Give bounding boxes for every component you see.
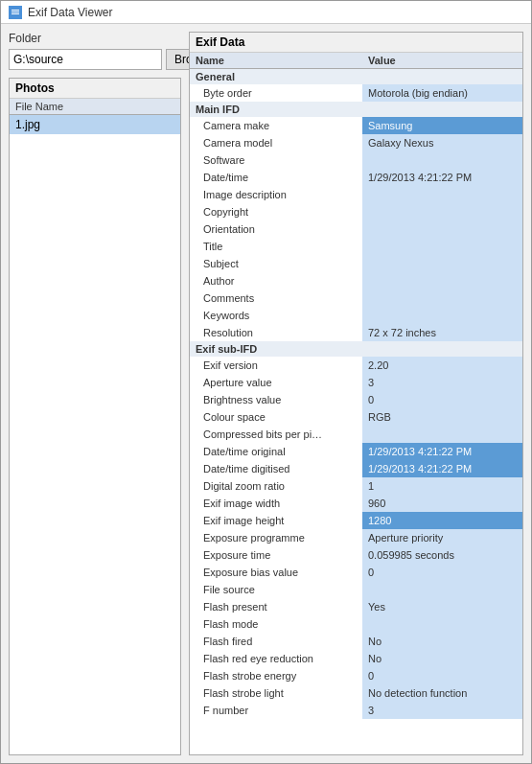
row-value-cell: Motorola (big endian): [362, 84, 522, 102]
row-value-cell: Aperture priority: [362, 529, 522, 546]
table-row: Exposure programmeAperture priority: [190, 529, 522, 546]
row-name-cell: Byte order: [190, 84, 362, 102]
table-row: File source: [190, 581, 522, 598]
exif-header: Exif Data: [190, 33, 522, 53]
row-value-cell: No: [362, 633, 522, 650]
table-row: Exposure time0.059985 seconds: [190, 546, 522, 564]
row-value-cell: No detection function: [362, 684, 522, 702]
table-row: Image description: [190, 186, 522, 203]
title-bar: Exif Data Viewer: [1, 1, 531, 24]
row-name-cell: Flash red eye reduction: [190, 650, 362, 667]
row-name-cell: Camera make: [190, 117, 362, 134]
table-row: Resolution72 x 72 inches: [190, 324, 522, 341]
table-row: Copyright: [190, 203, 522, 220]
table-row: Camera makeSamsung: [190, 117, 522, 134]
table-row: Brightness value0: [190, 391, 522, 408]
folder-label: Folder: [9, 32, 181, 45]
section-header-row: Exif sub-IFD: [190, 341, 522, 357]
row-name-cell: Flash strobe light: [190, 684, 362, 702]
folder-row: Browse: [9, 49, 181, 70]
row-value-cell: [362, 203, 522, 220]
table-row: Date/time1/29/2013 4:21:22 PM: [190, 169, 522, 186]
row-name-cell: Date/time original: [190, 443, 362, 460]
row-name-cell: Brightness value: [190, 391, 362, 408]
name-column-header: Name: [190, 53, 362, 69]
row-value-cell: [362, 220, 522, 238]
row-value-cell: 0: [362, 391, 522, 408]
row-name-cell: Comments: [190, 289, 362, 307]
row-value-cell: [362, 581, 522, 598]
photos-column-header: File Name: [10, 99, 180, 115]
table-row: Exif image width960: [190, 495, 522, 512]
row-value-cell: 0: [362, 667, 522, 684]
row-name-cell: Copyright: [190, 203, 362, 220]
row-value-cell: [362, 151, 522, 169]
row-value-cell: Galaxy Nexus: [362, 134, 522, 151]
row-value-cell: 2.20: [362, 357, 522, 374]
table-row: Flash firedNo: [190, 633, 522, 650]
table-row: Compressed bits per pi…: [190, 426, 522, 443]
row-name-cell: File source: [190, 581, 362, 598]
photos-section: Photos File Name 1.jpg: [9, 78, 181, 755]
row-name-cell: Exposure time: [190, 546, 362, 564]
value-column-header: Value: [362, 53, 522, 69]
row-name-cell: Exif image width: [190, 495, 362, 512]
svg-rect-3: [12, 13, 19, 14]
row-name-cell: Software: [190, 151, 362, 169]
main-window: Exif Data Viewer Folder Browse Photos Fi…: [0, 0, 532, 764]
table-row: Date/time original1/29/2013 4:21:22 PM: [190, 443, 522, 460]
left-panel: Folder Browse Photos File Name 1.jpg: [9, 32, 181, 755]
row-name-cell: Compressed bits per pi…: [190, 426, 362, 443]
row-name-cell: Exif version: [190, 357, 362, 374]
svg-rect-2: [12, 12, 19, 12]
table-row: Flash presentYes: [190, 598, 522, 615]
table-row: Subject: [190, 255, 522, 272]
row-name-cell: Aperture value: [190, 374, 362, 391]
row-name-cell: Digital zoom ratio: [190, 477, 362, 495]
content-area: Folder Browse Photos File Name 1.jpg Exi…: [1, 24, 531, 763]
row-value-cell: 0: [362, 564, 522, 581]
row-value-cell: 3: [362, 702, 522, 719]
row-value-cell: [362, 186, 522, 203]
table-row: Digital zoom ratio1: [190, 477, 522, 495]
photos-list[interactable]: 1.jpg: [10, 115, 180, 754]
row-name-cell: Camera model: [190, 134, 362, 151]
row-name-cell: Flash mode: [190, 615, 362, 633]
table-row: Author: [190, 272, 522, 289]
row-value-cell: [362, 238, 522, 255]
row-value-cell: Samsung: [362, 117, 522, 134]
row-value-cell: 1280: [362, 512, 522, 529]
table-row: Exif version2.20: [190, 357, 522, 374]
row-value-cell: 1/29/2013 4:21:22 PM: [362, 169, 522, 186]
row-value-cell: 72 x 72 inches: [362, 324, 522, 341]
folder-input[interactable]: [9, 49, 162, 70]
row-name-cell: Flash present: [190, 598, 362, 615]
table-row: Comments: [190, 289, 522, 307]
exif-data-table: Name Value GeneralByte orderMotorola (bi…: [190, 53, 522, 719]
row-name-cell: Author: [190, 272, 362, 289]
section-header-row: Main IFD: [190, 102, 522, 117]
row-value-cell: 960: [362, 495, 522, 512]
table-row: Flash mode: [190, 615, 522, 633]
row-name-cell: Image description: [190, 186, 362, 203]
row-name-cell: Flash strobe energy: [190, 667, 362, 684]
photo-item[interactable]: 1.jpg: [10, 115, 180, 134]
table-header-row: Name Value: [190, 53, 522, 69]
table-row: Exif image height1280: [190, 512, 522, 529]
row-name-cell: F number: [190, 702, 362, 719]
row-value-cell: 3: [362, 374, 522, 391]
row-name-cell: Exposure programme: [190, 529, 362, 546]
row-name-cell: Resolution: [190, 324, 362, 341]
row-value-cell: 1/29/2013 4:21:22 PM: [362, 460, 522, 477]
row-value-cell: Yes: [362, 598, 522, 615]
row-value-cell: No: [362, 650, 522, 667]
row-name-cell: Exposure bias value: [190, 564, 362, 581]
folder-section: Folder Browse: [9, 32, 181, 70]
table-row: Flash strobe lightNo detection function: [190, 684, 522, 702]
row-name-cell: Title: [190, 238, 362, 255]
photos-header: Photos: [10, 79, 180, 99]
row-value-cell: 0.059985 seconds: [362, 546, 522, 564]
row-name-cell: Exif image height: [190, 512, 362, 529]
table-row: Camera modelGalaxy Nexus: [190, 134, 522, 151]
right-panel: Exif Data Name Value GeneralByte orderMo…: [189, 32, 523, 755]
